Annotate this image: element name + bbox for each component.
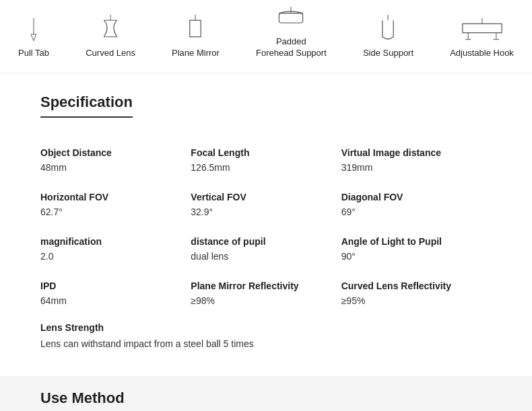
padded-forehead-label: Padded Forehead Support: [256, 36, 327, 59]
diagram-item-plane-mirror: Plane Mirror: [172, 15, 220, 59]
use-method-title: Use Method: [40, 389, 492, 407]
spec-curved-lens-reflectivity-label: Curved Lens Reflectivity: [341, 281, 492, 291]
spec-horizontal-fov: Horizontal FOV 62.7°: [40, 182, 191, 227]
spec-virtual-image-distance: Virtual Image distance 319mm: [341, 138, 492, 182]
diagram-item-side-support: Side Support: [363, 15, 413, 59]
spec-diagonal-fov-value: 69°: [341, 207, 492, 217]
spec-virtual-image-distance-label: Virtual Image distance: [341, 147, 492, 158]
adjustable-hook-label: Adjustable Hook: [450, 48, 514, 59]
curved-lens-icon: [97, 15, 124, 45]
specification-section: Specification Object Distance 48mm Focal…: [0, 73, 532, 376]
specification-title: Specification: [40, 94, 133, 118]
diagram-section: Pull Tab Curved Lens Plane Mirror Padded…: [0, 0, 532, 73]
spec-focal-length-value: 126.5mm: [191, 162, 341, 173]
svg-rect-6: [190, 20, 201, 37]
spec-ipd: IPD 64mm: [40, 271, 191, 315]
spec-focal-length: Focal Length 126.5mm: [191, 138, 341, 182]
diagram-item-pull-tab: Pull Tab: [18, 18, 49, 59]
spec-magnification-label: magnification: [40, 236, 191, 247]
plane-mirror-label: Plane Mirror: [172, 48, 220, 59]
spec-distance-of-pupil-label: distance of pupil: [191, 236, 341, 247]
spec-magnification-value: 2.0: [40, 251, 191, 262]
adjustable-hook-icon: [459, 18, 506, 45]
spec-distance-of-pupil-value: dual lens: [191, 251, 341, 262]
spec-angle-light-pupil: Angle of Light to Pupil 90°: [341, 227, 492, 271]
pull-tab-icon: [24, 18, 44, 45]
spec-object-distance: Object Distance 48mm: [40, 138, 191, 182]
use-method-section: Use Method: [0, 376, 532, 411]
spec-vertical-fov-label: Vertical FOV: [191, 192, 341, 202]
lens-strength-text: Lens can withstand impact from a steel b…: [40, 338, 492, 349]
side-support-label: Side Support: [363, 48, 413, 59]
side-support-icon: [378, 15, 398, 45]
svg-rect-8: [279, 13, 303, 23]
diagram-item-padded-forehead: Padded Forehead Support: [256, 7, 327, 59]
spec-object-distance-label: Object Distance: [40, 147, 191, 158]
spec-magnification: magnification 2.0: [40, 227, 191, 271]
curved-lens-label: Curved Lens: [86, 48, 135, 59]
spec-curved-lens-reflectivity-value: ≥95%: [341, 295, 492, 306]
spec-angle-light-pupil-value: 90°: [341, 251, 492, 262]
spec-object-distance-value: 48mm: [40, 162, 191, 173]
spec-ipd-value: 64mm: [40, 295, 191, 306]
specification-grid: Object Distance 48mm Focal Length 126.5m…: [40, 138, 492, 315]
diagram-item-curved-lens: Curved Lens: [86, 15, 135, 59]
spec-focal-length-label: Focal Length: [191, 147, 341, 158]
svg-rect-11: [462, 24, 501, 32]
spec-vertical-fov-value: 32.9°: [191, 207, 341, 217]
lens-strength-title: Lens Strength: [40, 322, 492, 333]
forehead-icon: [274, 7, 308, 34]
spec-diagonal-fov: Diagonal FOV 69°: [341, 182, 492, 227]
lens-strength-section: Lens Strength Lens can withstand impact …: [40, 315, 492, 349]
spec-plane-mirror-reflectivity: Plane Mirror Reflectivity ≥98%: [191, 271, 341, 315]
spec-angle-light-pupil-label: Angle of Light to Pupil: [341, 236, 492, 247]
spec-diagonal-fov-label: Diagonal FOV: [341, 192, 492, 202]
spec-horizontal-fov-value: 62.7°: [40, 207, 191, 217]
spec-ipd-label: IPD: [40, 281, 191, 291]
spec-virtual-image-distance-value: 319mm: [341, 162, 492, 173]
spec-plane-mirror-reflectivity-label: Plane Mirror Reflectivity: [191, 281, 341, 291]
spec-curved-lens-reflectivity: Curved Lens Reflectivity ≥95%: [341, 271, 492, 315]
diagram-item-adjustable-hook: Adjustable Hook: [450, 18, 514, 59]
spec-vertical-fov: Vertical FOV 32.9°: [191, 182, 341, 227]
pull-tab-label: Pull Tab: [18, 48, 49, 59]
spec-distance-of-pupil: distance of pupil dual lens: [191, 227, 341, 271]
plane-mirror-icon: [185, 15, 205, 45]
spec-plane-mirror-reflectivity-value: ≥98%: [191, 295, 341, 306]
spec-horizontal-fov-label: Horizontal FOV: [40, 192, 191, 202]
